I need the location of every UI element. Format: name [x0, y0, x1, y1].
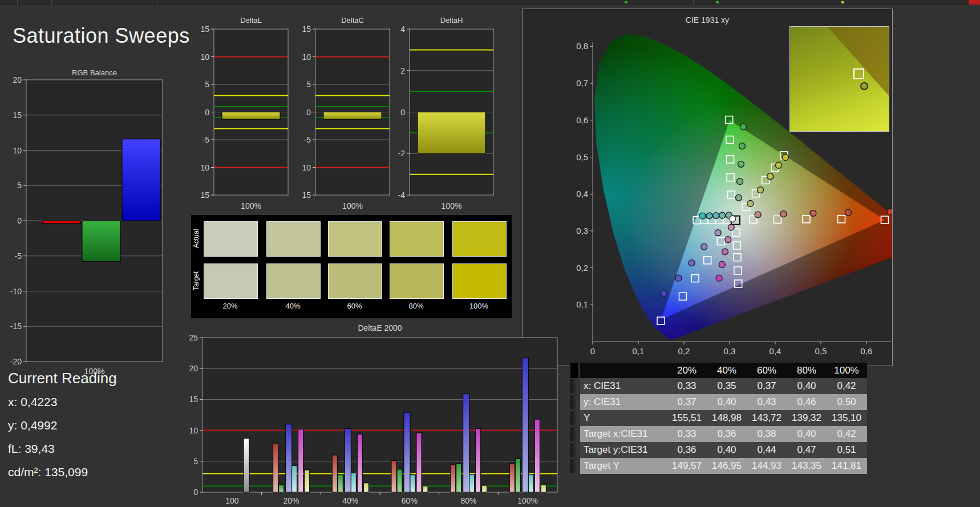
table-row: Target x:CIE310,330,360,380,400,42: [570, 426, 867, 442]
current-reading-cdm2: cd/m²: 135,099: [8, 465, 117, 479]
axis-label: 10: [201, 52, 209, 62]
bar-blue: [404, 412, 410, 492]
row-cap: [570, 379, 578, 393]
table-cell: 0,40: [787, 380, 827, 392]
x-axis-label: 100%: [342, 201, 363, 210]
table-row-label: Y: [580, 412, 667, 424]
table-cell: 0,47: [787, 444, 827, 456]
swatch-actual-20%: [204, 221, 258, 257]
rgb-balance-chart: RGB Balance20151050-5-10-15-20100%: [5, 66, 176, 379]
table-cell: 149,57: [667, 460, 707, 472]
bar-red: [273, 444, 278, 492]
bar-green: [82, 221, 120, 262]
axis-label: 0,5: [815, 346, 827, 356]
axis-label: 0: [306, 108, 311, 117]
axis-label: -15: [302, 190, 311, 200]
strip-divider: [157, 0, 157, 5]
table-col-header: 60%: [747, 365, 787, 376]
bar-magenta: [298, 429, 303, 492]
cie-measured-red: [887, 209, 892, 215]
table-cell: 146,95: [707, 460, 747, 472]
bar-red: [391, 461, 396, 492]
swatch-comparison-panel: ActualTarget20%40%60%80%100%: [191, 215, 512, 318]
strip-divider: [820, 0, 820, 5]
table-cell: 0,43: [747, 396, 787, 408]
cie-measured-green: [740, 124, 747, 130]
axis-label: 4: [400, 25, 405, 34]
table-row-label: Target Y: [580, 460, 667, 472]
axis-label: -4: [398, 190, 406, 200]
axis-label: 2: [400, 66, 405, 75]
table-cell: 143,35: [787, 460, 827, 472]
cie-measured-blue: [701, 244, 707, 250]
table-cell: 135,10: [827, 412, 866, 424]
chart-title: DeltaC: [341, 16, 364, 25]
cie-measured-red: [810, 210, 816, 216]
cie-measured-magenta: [719, 261, 725, 267]
axis-label: 0,7: [576, 78, 588, 88]
table-row: Target y:CIE310,360,400,440,470,51: [570, 442, 867, 458]
axis-label: -5: [15, 252, 22, 261]
bar-magenta: [534, 419, 540, 492]
table-cell: 141,81: [827, 460, 866, 472]
cie-1931-panel: CIE 1931 xy0,10,20,30,40,50,60,70,800,10…: [522, 9, 893, 366]
axis-label: 0: [400, 108, 405, 117]
group-label: 40%: [342, 496, 358, 505]
row-cap: [570, 459, 578, 473]
bar-white: [244, 439, 249, 492]
swatch-actual-80%: [390, 221, 444, 257]
table-cell: 0,51: [827, 444, 866, 456]
delta-bar: [418, 112, 485, 154]
table-cell: 0,42: [827, 380, 866, 392]
cie-measured-red: [780, 211, 787, 217]
axis-label: 0: [205, 108, 209, 117]
bar-yellow: [305, 470, 310, 492]
table-cell: 155,51: [667, 412, 707, 424]
axis-label: 0,2: [576, 263, 588, 273]
axis-label: 5: [193, 457, 198, 466]
axis-label: 10: [189, 426, 198, 435]
bar-green: [338, 474, 343, 492]
axis-label: 0,1: [633, 346, 645, 356]
axis-label: 10: [302, 52, 311, 62]
bar-red: [509, 464, 515, 492]
cie-measured-blue: [675, 275, 682, 281]
swatch-col-label: 40%: [266, 302, 319, 310]
axis-label: 0,4: [770, 346, 781, 356]
bar-yellow: [423, 486, 428, 492]
axis-label: 0,6: [576, 115, 588, 125]
bar-red: [332, 455, 337, 492]
axis-label: 0,2: [678, 346, 690, 356]
strip-end-segment: [969, 0, 980, 5]
saturation-results-table: 20%40%60%80%100%x: CIE310,330,350,370,40…: [570, 363, 867, 474]
delta-bar: [222, 112, 280, 120]
cie-measured-blue: [689, 260, 695, 266]
current-reading-y: y: 0,4992: [8, 419, 117, 432]
swatch-row-label-target: Target: [192, 263, 200, 298]
bar-cyan: [292, 465, 297, 492]
axis-label: 0,4: [576, 189, 588, 198]
x-axis-label: 100%: [241, 201, 261, 210]
axis-label: 20: [13, 75, 22, 84]
cie-measured-blue: [715, 230, 721, 236]
cie-zoom-inset: [789, 26, 889, 132]
cie-measured-cyan: [719, 212, 726, 218]
axis-label: 15: [201, 25, 209, 34]
axis-label: 5: [17, 181, 22, 190]
axis-label: 5: [205, 80, 209, 89]
delta-bar: [323, 112, 382, 120]
table-cell: 0,38: [747, 428, 787, 440]
cie-measured-red: [755, 212, 761, 218]
bar-yellow: [541, 485, 546, 492]
calibration-report-page: Saturation Sweeps RGB Balance20151050-5-…: [0, 0, 980, 507]
swatch-target-80%: [390, 263, 444, 299]
cie-measured-yellow: [767, 173, 774, 180]
cie-measured-white-point: [730, 216, 736, 222]
axis-label: 0,3: [724, 346, 736, 356]
x-axis-label: 100%: [442, 201, 462, 210]
swatch-row-label-actual: Actual: [192, 221, 200, 255]
cie-measured-magenta: [728, 224, 734, 230]
table-cell: 0,36: [707, 428, 747, 440]
row-cap: [570, 427, 578, 441]
table-cell: 0,33: [667, 380, 707, 392]
